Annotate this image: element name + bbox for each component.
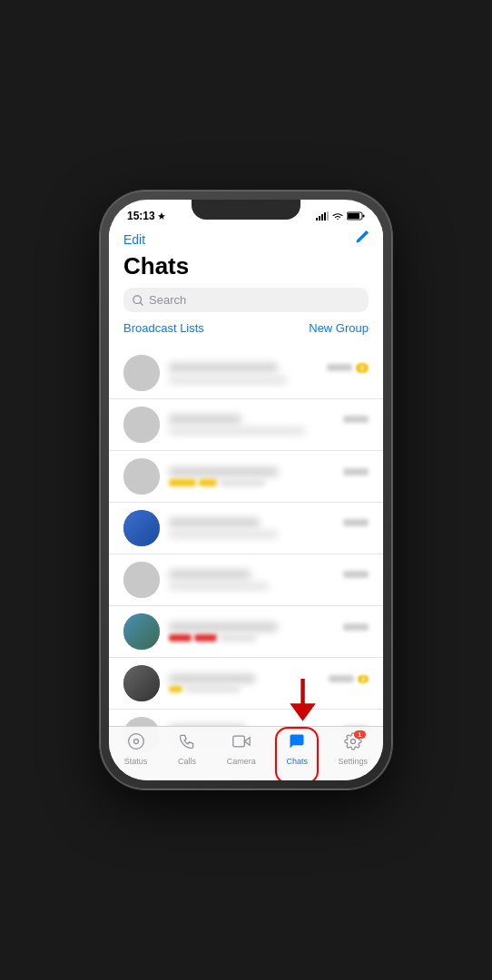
app-header: Edit Chats Search (109, 227, 383, 348)
svg-rect-14 (233, 736, 245, 747)
search-placeholder: Search (149, 293, 186, 307)
tab-chats[interactable]: Chats (286, 732, 308, 766)
tab-camera[interactable]: Camera (227, 732, 256, 766)
chat-item[interactable] (109, 606, 383, 658)
tab-camera-label: Camera (227, 757, 256, 766)
tab-status-label: Status (124, 757, 148, 766)
svg-point-12 (128, 734, 143, 750)
svg-line-9 (141, 302, 143, 305)
tab-calls-label: Calls (178, 757, 196, 766)
svg-point-15 (350, 740, 355, 744)
phone-screen: 15:13 (109, 200, 383, 780)
broadcast-lists-link[interactable]: Broadcast Lists (123, 321, 204, 335)
location-icon (158, 212, 165, 220)
chat-item[interactable] (109, 451, 383, 503)
chat-item[interactable]: 3 (109, 348, 383, 399)
preview-blocks (169, 634, 256, 642)
chat-item[interactable] (109, 503, 383, 554)
edit-button[interactable]: Edit (123, 232, 145, 247)
avatar (123, 355, 160, 391)
chat-content (169, 518, 369, 538)
new-group-link[interactable]: New Group (309, 321, 369, 335)
chat-name (169, 415, 241, 424)
svg-rect-4 (327, 211, 329, 220)
battery-icon (347, 211, 365, 220)
chat-preview (169, 531, 278, 538)
chat-name-row (169, 518, 369, 527)
chat-preview-row (169, 479, 369, 486)
signal-icon (316, 211, 329, 220)
chat-name-row: 3 (169, 363, 369, 373)
svg-rect-3 (324, 212, 326, 220)
chat-content: 3 (169, 363, 369, 384)
search-icon (133, 295, 143, 306)
chat-preview-row (169, 686, 369, 692)
compose-icon[interactable] (354, 230, 369, 249)
chat-name (169, 518, 260, 527)
status-time: 15:13 (127, 210, 165, 222)
page-title: Chats (123, 252, 369, 280)
chat-name (169, 363, 278, 372)
chat-name (169, 467, 278, 476)
tab-bar: Status Calls (109, 726, 383, 780)
chat-content (169, 570, 369, 590)
phone-frame: 15:13 (100, 191, 392, 789)
chat-preview (169, 427, 305, 435)
tab-settings[interactable]: 1 Settings (339, 732, 369, 766)
chat-name (169, 570, 251, 579)
phone-notch (192, 200, 300, 220)
chats-icon (288, 732, 306, 755)
settings-badge: 1 (354, 730, 366, 739)
chat-name-row (169, 622, 369, 632)
chat-name (169, 674, 255, 683)
time-display: 15:13 (127, 210, 155, 222)
svg-rect-7 (348, 213, 359, 219)
tab-chats-label: Chats (286, 757, 308, 766)
chat-content (169, 415, 369, 435)
status-icon (127, 732, 145, 755)
svg-rect-1 (319, 216, 320, 220)
chat-preview (169, 583, 269, 590)
chat-content: 2 (169, 674, 369, 692)
chat-preview-row (169, 634, 369, 642)
svg-rect-2 (321, 214, 323, 220)
main-content: Edit Chats Search (109, 227, 383, 780)
chat-name-row (169, 570, 369, 579)
preview-blocks (169, 686, 240, 692)
chat-item[interactable] (109, 399, 383, 451)
tab-calls[interactable]: Calls (178, 732, 196, 766)
settings-icon: 1 (344, 732, 362, 755)
avatar (123, 665, 160, 701)
avatar (123, 562, 160, 598)
preview-blocks (169, 479, 265, 486)
chat-time-badge: 3 (327, 363, 369, 373)
chat-name-row (169, 467, 369, 476)
chat-content (169, 467, 369, 486)
wifi-icon (332, 212, 343, 220)
search-bar[interactable]: Search (123, 288, 369, 312)
chat-time-badge: 2 (329, 675, 369, 683)
chat-item[interactable]: 2 (109, 658, 383, 710)
camera-icon (232, 732, 251, 755)
status-icons (316, 211, 365, 220)
chat-item[interactable] (109, 554, 383, 606)
chat-name-row (169, 415, 369, 424)
svg-rect-0 (316, 218, 318, 220)
chat-list: 3 (109, 348, 383, 780)
avatar (123, 407, 160, 443)
tab-settings-label: Settings (339, 757, 369, 766)
chat-preview (169, 377, 287, 384)
avatar (123, 458, 160, 495)
svg-rect-6 (363, 215, 365, 218)
filter-row: Broadcast Lists New Group (123, 319, 369, 342)
chat-name (169, 622, 278, 632)
tab-status[interactable]: Status (124, 732, 148, 766)
header-row: Edit (123, 230, 369, 249)
chat-name-row: 2 (169, 674, 369, 683)
avatar (123, 613, 160, 650)
calls-icon (178, 732, 196, 755)
avatar (123, 510, 160, 546)
svg-point-13 (133, 740, 138, 744)
chat-content (169, 622, 369, 642)
